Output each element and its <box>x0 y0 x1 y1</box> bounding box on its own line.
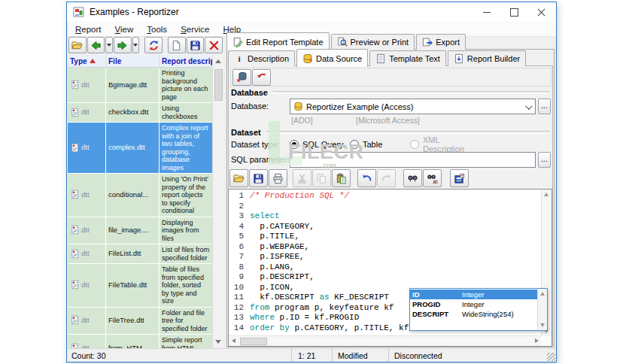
close-button[interactable] <box>527 2 555 22</box>
tab-data-source[interactable]: Data Source <box>296 49 368 67</box>
file-row-filetable-dtt[interactable]: dttFileTable.dttTable of files from spec… <box>68 264 213 308</box>
menu-report[interactable]: Report <box>68 25 108 34</box>
sql-parameters-input[interactable] <box>290 152 536 168</box>
resize-grip[interactable] <box>547 353 555 361</box>
scroll-thumb[interactable] <box>214 69 223 101</box>
database-group-label: Database <box>231 88 268 97</box>
paste-button[interactable] <box>332 169 351 187</box>
popup-scrollbar[interactable] <box>537 289 547 330</box>
field-name: DESCRIPT <box>412 309 462 319</box>
database-browse-button[interactable]: ... <box>538 99 551 114</box>
scroll-down-icon[interactable] <box>540 323 545 327</box>
tab-report-builder[interactable]: Report Builder <box>448 50 526 66</box>
tab-preview-or-print[interactable]: Preview or Print <box>331 34 415 50</box>
database-group-header: Database <box>231 87 550 97</box>
line-text: p.ICON, <box>250 283 294 293</box>
print-button[interactable] <box>269 169 287 187</box>
back-dropdown-button[interactable] <box>105 37 113 53</box>
dataset-group-label: Dataset <box>231 128 261 137</box>
save-sql-button[interactable] <box>249 169 268 187</box>
database-driver-info: [ADO] [Microsoft Access] <box>291 116 313 125</box>
code-line-6: 6 p.WEBPAGE, <box>229 242 541 253</box>
file-row-filelist-dtt[interactable]: dttFileList.dttList of files from specif… <box>68 244 213 264</box>
file-type-cell: dtt <box>68 264 106 307</box>
forward-button[interactable] <box>114 37 132 53</box>
status-bar: Count: 30 1: 21 Modified Disconnected <box>67 348 556 362</box>
dataset-type-radios: SQL QueryTableXML Description <box>290 138 470 150</box>
tab-template-text[interactable]: Template Text <box>369 50 446 66</box>
line-number: 2 <box>229 202 244 212</box>
column-header-report-descripti[interactable]: Report descripti... <box>160 55 213 67</box>
editor-horizontal-scrollbar[interactable] <box>229 335 542 346</box>
find-button[interactable] <box>403 169 422 187</box>
tab-description[interactable]: iDescription <box>228 50 295 66</box>
export-icon <box>422 37 433 47</box>
radio-sql-query[interactable]: SQL Query <box>290 138 350 150</box>
sql-editor[interactable]: 1/* Production SQL */23select4 p.CATEGOR… <box>228 189 552 347</box>
completion-popup: IDIntegerPROGIDIntegerDESCRIPTWideString… <box>409 288 548 331</box>
open-report-button[interactable] <box>68 37 87 53</box>
radio-label: Table <box>363 140 382 149</box>
app-window: Examples - Reportizer ReportViewToolsSer… <box>66 2 557 362</box>
find-replace-button[interactable]: ab <box>423 169 442 187</box>
completion-item-id[interactable]: IDInteger <box>410 290 538 299</box>
line-text: /* Production SQL */ <box>250 191 349 202</box>
maximize-button[interactable] <box>500 2 527 22</box>
new-report-button[interactable] <box>168 37 186 53</box>
tab-export[interactable]: Export <box>416 34 466 50</box>
save-report-button[interactable] <box>187 37 205 53</box>
tab-edit-report-template[interactable]: Edit Report Template <box>226 32 330 50</box>
scroll-right-icon[interactable] <box>535 338 539 343</box>
menu-tools[interactable]: Tools <box>140 25 174 34</box>
file-list-scrollbar[interactable] <box>212 55 223 348</box>
revert-button[interactable] <box>252 69 271 86</box>
scroll-up-icon[interactable] <box>215 59 221 63</box>
scroll-down-icon[interactable] <box>215 340 221 344</box>
open-sql-button[interactable] <box>229 169 248 187</box>
radio-icon[interactable] <box>350 140 359 149</box>
export-data-button[interactable] <box>450 169 469 187</box>
file-row-filetree-dtt[interactable]: dttFileTree.dttFolder and file tree for … <box>68 308 213 335</box>
radio-icon[interactable] <box>290 140 299 149</box>
radio-table[interactable]: Table <box>350 138 410 150</box>
open-database-button[interactable] <box>232 69 251 86</box>
new-document-icon <box>171 40 182 51</box>
undo-button[interactable] <box>357 169 376 187</box>
dropdown-arrow-icon <box>133 44 138 47</box>
file-row-conditional[interactable]: dttconditional...Using 'On Print' proper… <box>68 174 213 217</box>
column-header-type[interactable]: Type <box>68 55 106 67</box>
file-type-cell: dtt <box>68 174 106 217</box>
dataset-group-header: Dataset <box>231 127 550 137</box>
line-text: from program p, keyfeature kf <box>250 303 394 314</box>
dtt-file-icon <box>70 225 80 235</box>
minimize-button[interactable] <box>473 2 500 22</box>
delete-report-button[interactable] <box>205 37 223 53</box>
scroll-left-icon[interactable] <box>232 338 235 343</box>
forward-dropdown-button[interactable] <box>132 37 140 53</box>
back-button[interactable] <box>87 37 105 53</box>
svg-text:b: b <box>436 179 438 184</box>
completion-item-progid[interactable]: PROGIDInteger <box>410 299 538 309</box>
sql-parameters-browse-button[interactable]: ... <box>538 152 551 168</box>
column-header-file[interactable]: File <box>106 55 160 67</box>
scroll-up-icon[interactable] <box>544 193 548 196</box>
scroll-up-icon[interactable] <box>540 292 545 296</box>
title-bar[interactable]: Examples - Reportizer <box>67 2 556 22</box>
completion-item-descript[interactable]: DESCRIPTWideString(254) <box>410 309 538 319</box>
file-row-file-image[interactable]: dttfile_image....Displaying images from … <box>68 217 213 245</box>
refresh-button[interactable] <box>144 37 163 53</box>
file-row-from-htm[interactable]: dttfrom_HTM...Simple report from HTML so… <box>68 335 213 348</box>
file-row-bgimage-dtt[interactable]: dttBgImage.dttPrinting background pictur… <box>68 68 213 103</box>
database-disconnect-icon <box>236 71 248 83</box>
file-type-cell: dtt <box>68 244 106 263</box>
file-row-checkbox-dtt[interactable]: dttcheckbox.dttUsing checkboxes <box>68 103 213 123</box>
chevron-down-icon[interactable] <box>525 102 533 110</box>
menu-service[interactable]: Service <box>174 25 216 34</box>
file-row-complex-dtt[interactable]: dttcomplex.dttComplex report with a join… <box>68 123 213 174</box>
completion-list: IDIntegerPROGIDIntegerDESCRIPTWideString… <box>410 290 538 319</box>
cut-button <box>293 169 311 187</box>
database-combo[interactable]: Reportizer Example (Access) <box>290 99 536 114</box>
database-toolbar <box>230 68 552 86</box>
scroll-thumb[interactable] <box>240 338 267 345</box>
menu-view[interactable]: View <box>108 25 141 34</box>
